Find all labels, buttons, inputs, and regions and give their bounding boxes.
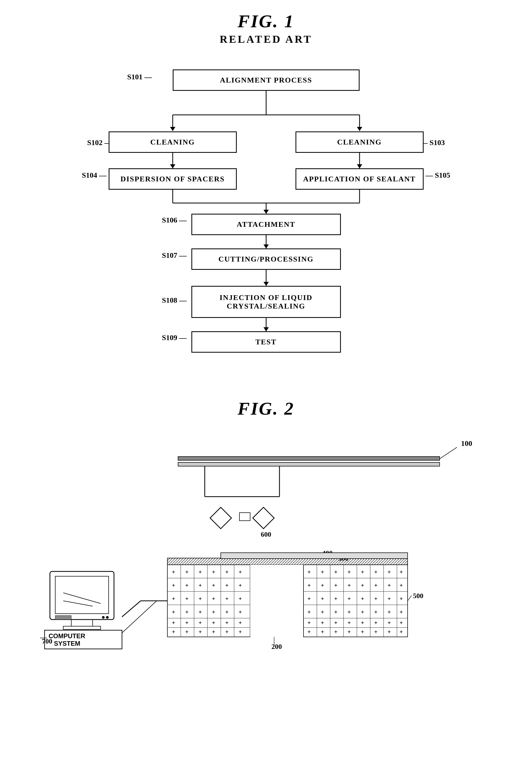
- svg-rect-37: [167, 565, 250, 637]
- svg-text:+: +: [374, 582, 377, 588]
- svg-rect-36: [221, 553, 408, 558]
- svg-marker-4: [170, 127, 175, 131]
- svg-text:COMPUTER: COMPUTER: [49, 632, 85, 640]
- label-s103: — S103: [420, 138, 445, 147]
- svg-text:+: +: [185, 619, 188, 626]
- svg-text:+: +: [185, 609, 188, 615]
- svg-line-22: [437, 447, 457, 461]
- svg-text:+: +: [308, 568, 311, 575]
- svg-point-160: [106, 616, 109, 619]
- svg-text:+: +: [308, 609, 311, 615]
- label-s101: S101 —: [127, 73, 152, 81]
- svg-text:+: +: [321, 628, 324, 635]
- svg-text:100: 100: [461, 439, 472, 447]
- svg-text:+: +: [361, 628, 364, 635]
- svg-line-151: [122, 601, 141, 617]
- svg-text:+: +: [361, 609, 364, 615]
- fig2-section: FIG. 2 100 600: [0, 398, 532, 657]
- svg-text:+: +: [225, 609, 228, 615]
- box-s106: ATTACHMENT: [191, 214, 341, 235]
- svg-text:+: +: [199, 628, 202, 635]
- flowchart: S101 — ALIGNMENT PROCESS S102 — CLEANING…: [79, 61, 453, 382]
- box-s102: CLEANING: [109, 131, 237, 153]
- svg-text:SYSTEM: SYSTEM: [54, 640, 80, 647]
- svg-text:500: 500: [413, 592, 423, 600]
- svg-marker-29: [253, 507, 274, 529]
- svg-text:+: +: [400, 609, 403, 615]
- svg-text:+: +: [308, 619, 311, 626]
- svg-text:+: +: [172, 619, 175, 626]
- svg-text:+: +: [400, 582, 403, 588]
- svg-text:+: +: [388, 595, 391, 602]
- svg-text:+: +: [199, 595, 202, 602]
- svg-text:+: +: [348, 609, 351, 615]
- svg-marker-20: [263, 327, 269, 331]
- svg-rect-153: [55, 576, 109, 614]
- label-s105: — S105: [425, 171, 450, 179]
- svg-rect-84: [250, 565, 304, 637]
- svg-rect-23: [178, 457, 440, 460]
- svg-marker-18: [263, 282, 269, 286]
- svg-text:+: +: [308, 582, 311, 588]
- svg-text:+: +: [172, 595, 175, 602]
- svg-text:+: +: [374, 568, 377, 575]
- fig2-diagram: 100 600 400 300: [39, 430, 493, 657]
- svg-text:+: +: [400, 628, 403, 635]
- label-s102: S102 —: [87, 138, 112, 147]
- label-s107: S107 —: [162, 251, 187, 260]
- svg-rect-85: [304, 565, 408, 637]
- svg-text:+: +: [374, 619, 377, 626]
- svg-rect-158: [55, 616, 71, 620]
- svg-text:+: +: [400, 595, 403, 602]
- label-s108: S108 —: [162, 296, 187, 305]
- svg-text:+: +: [225, 595, 228, 602]
- svg-text:+: +: [348, 619, 351, 626]
- svg-text:+: +: [321, 568, 324, 575]
- svg-text:+: +: [361, 619, 364, 626]
- svg-text:+: +: [212, 595, 215, 602]
- svg-text:+: +: [321, 619, 324, 626]
- svg-text:+: +: [374, 595, 377, 602]
- svg-text:+: +: [239, 595, 242, 602]
- svg-line-147: [408, 596, 412, 601]
- svg-text:+: +: [212, 619, 215, 626]
- box-s107: CUTTING/PROCESSING: [191, 249, 341, 270]
- svg-rect-152: [50, 571, 114, 620]
- svg-marker-7: [170, 164, 175, 168]
- svg-text:+: +: [388, 628, 391, 635]
- svg-text:—: —: [40, 634, 47, 641]
- svg-text:+: +: [334, 628, 337, 635]
- svg-text:+: +: [225, 568, 228, 575]
- fig1-title: FIG. 1: [0, 11, 532, 32]
- svg-text:+: +: [361, 582, 364, 588]
- svg-text:+: +: [239, 582, 242, 588]
- svg-line-164: [122, 601, 157, 633]
- svg-text:+: +: [321, 609, 324, 615]
- svg-text:+: +: [388, 609, 391, 615]
- svg-text:+: +: [361, 595, 364, 602]
- svg-text:+: +: [334, 619, 337, 626]
- svg-text:+: +: [334, 582, 337, 588]
- box-s103: CLEANING: [295, 131, 424, 153]
- svg-marker-5: [357, 127, 362, 131]
- svg-text:+: +: [388, 568, 391, 575]
- svg-text:+: +: [212, 609, 215, 615]
- box-s104: DISPERSION OF SPACERS: [109, 168, 237, 190]
- svg-text:+: +: [225, 582, 228, 588]
- svg-text:+: +: [212, 628, 215, 635]
- svg-text:+: +: [199, 619, 202, 626]
- svg-text:+: +: [361, 568, 364, 575]
- svg-text:+: +: [172, 628, 175, 635]
- svg-text:+: +: [400, 568, 403, 575]
- svg-text:+: +: [239, 619, 242, 626]
- svg-marker-9: [357, 164, 362, 168]
- svg-text:+: +: [388, 619, 391, 626]
- svg-point-159: [102, 616, 105, 619]
- svg-text:+: +: [334, 595, 337, 602]
- svg-text:+: +: [348, 595, 351, 602]
- svg-text:+: +: [185, 628, 188, 635]
- svg-text:+: +: [199, 609, 202, 615]
- fig2-title: FIG. 2: [0, 398, 532, 419]
- svg-text:+: +: [172, 609, 175, 615]
- label-s104: S104 —: [82, 171, 107, 179]
